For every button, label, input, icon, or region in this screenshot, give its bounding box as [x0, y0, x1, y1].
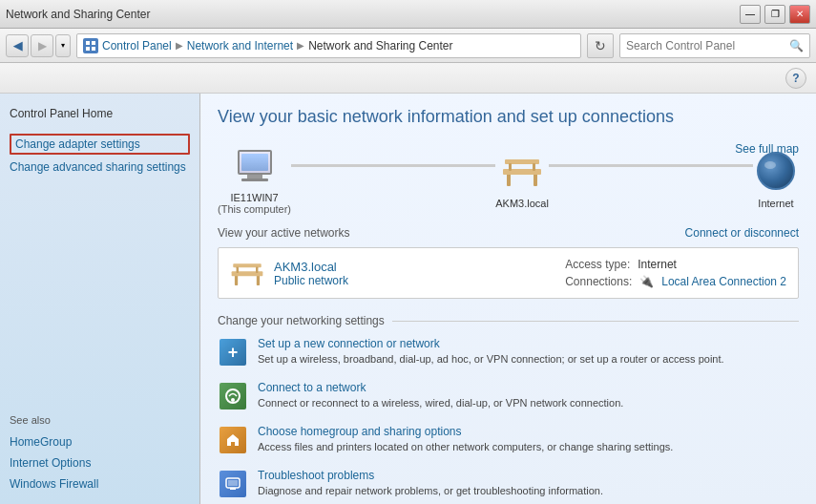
access-type-value: Internet [638, 258, 677, 271]
control-panel-icon [83, 38, 98, 53]
new-connection-content: Set up a new connection or network Set u… [258, 337, 724, 368]
forward-button[interactable]: ▶ [31, 34, 53, 57]
connect-network-content: Connect to a network Connect or reconnec… [258, 381, 623, 411]
setting-item-homegroup: Choose homegroup and sharing options Acc… [218, 425, 799, 455]
node-label-internet: Internet [758, 198, 793, 209]
svg-rect-11 [257, 275, 260, 285]
title-bar: Network and Sharing Center — ❐ ✕ [0, 0, 816, 29]
svg-rect-20 [230, 488, 236, 490]
networking-settings-title: Change your networking settings [218, 314, 799, 327]
network-line-2 [549, 164, 753, 167]
access-type-label: Access type: [565, 258, 630, 271]
toolbar: ? [0, 63, 816, 94]
connections-label: Connections: [565, 275, 632, 288]
main-layout: Control Panel Home Change adapter settin… [0, 94, 816, 504]
troubleshoot-link[interactable]: Troubleshoot problems [258, 469, 603, 482]
node-label-router: AKM3.local [495, 198, 549, 209]
troubleshoot-content: Troubleshoot problems Diagnose and repai… [258, 469, 603, 499]
network-node-router: AKM3.local [495, 148, 549, 209]
active-networks-header: View your active networks Connect or dis… [218, 226, 799, 240]
homegroup-desc: Access files and printers located on oth… [258, 440, 673, 454]
svg-rect-5 [534, 173, 537, 186]
connect-network-desc: Connect or reconnect to a wireless, wire… [258, 396, 623, 410]
title-bar-controls: — ❐ ✕ [740, 5, 810, 24]
network-name[interactable]: AKM3.local [274, 260, 348, 274]
content-area: View your basic network information and … [200, 94, 816, 504]
breadcrumb-control-panel[interactable]: Control Panel [102, 39, 172, 52]
minimize-button[interactable]: — [740, 5, 761, 24]
network-info-left: AKM3.local Public network [230, 258, 348, 288]
search-input[interactable] [626, 39, 785, 52]
homegroup-setting-icon [220, 427, 246, 453]
breadcrumb-sep-1: ▶ [176, 40, 183, 51]
sidebar-item-internet-options[interactable]: Internet Options [10, 454, 190, 472]
homegroup-icon [218, 425, 248, 455]
svg-rect-3 [92, 47, 95, 51]
connections-value-link[interactable]: Local Area Connection 2 [661, 275, 786, 288]
svg-rect-0 [86, 41, 90, 45]
new-connection-link[interactable]: Set up a new connection or network [258, 337, 724, 350]
sidebar-item-change-adapter[interactable]: Change adapter settings [10, 134, 190, 155]
connection-icon: 🔌 [639, 275, 654, 288]
breadcrumb-network-internet[interactable]: Network and Internet [187, 39, 293, 52]
address-bar: ◀ ▶ ▾ Control Panel ▶ Network and Intern… [0, 29, 816, 63]
help-button[interactable]: ? [785, 68, 806, 89]
history-dropdown-button[interactable]: ▾ [55, 34, 71, 57]
router-icon [499, 148, 545, 194]
back-button[interactable]: ◀ [6, 34, 29, 57]
nav-buttons: ◀ ▶ ▾ [6, 34, 71, 57]
network-line-1 [291, 164, 495, 167]
sidebar-item-change-advanced[interactable]: Change advanced sharing settings [10, 158, 190, 176]
svg-rect-4 [507, 173, 511, 186]
setting-item-new-connection: Set up a new connection or network Set u… [218, 337, 799, 368]
see-full-map-link[interactable]: See full map [735, 142, 799, 156]
new-connection-icon [218, 337, 248, 368]
setting-item-connect-network: Connect to a network Connect or reconnec… [218, 381, 799, 411]
svg-rect-15 [256, 266, 258, 273]
troubleshoot-desc: Diagnose and repair network problems, or… [258, 484, 603, 498]
close-button[interactable]: ✕ [789, 5, 810, 24]
svg-rect-10 [235, 275, 238, 285]
svg-rect-8 [509, 163, 512, 171]
setting-item-troubleshoot: Troubleshoot problems Diagnose and repai… [218, 469, 799, 499]
see-also-label: See also [10, 414, 190, 426]
title-bar-left: Network and Sharing Center [6, 8, 150, 21]
breadcrumb-sep-2: ▶ [297, 40, 304, 51]
active-network-box: AKM3.local Public network Access type: I… [218, 247, 799, 299]
connect-network-link[interactable]: Connect to a network [258, 381, 623, 394]
svg-rect-2 [86, 47, 90, 51]
page-title: View your basic network information and … [218, 107, 799, 127]
connect-disconnect-link[interactable]: Connect or disconnect [685, 226, 799, 240]
troubleshoot-icon [220, 471, 246, 497]
sidebar-item-homegroup[interactable]: HomeGroup [10, 433, 190, 451]
connections-row: Connections: 🔌 Local Area Connection 2 [565, 275, 786, 288]
connect-icon [220, 383, 246, 410]
sidebar: Control Panel Home Change adapter settin… [0, 94, 200, 504]
node-label-computer: IE11WIN7(This computer) [218, 192, 291, 215]
homegroup-link[interactable]: Choose homegroup and sharing options [258, 425, 673, 438]
breadcrumb-current: Network and Sharing Center [308, 39, 452, 52]
network-details: Access type: Internet Connections: 🔌 Loc… [565, 258, 786, 288]
restore-button[interactable]: ❐ [764, 5, 785, 24]
window-title: Network and Sharing Center [6, 8, 150, 21]
network-type-link[interactable]: Public network [274, 274, 348, 287]
network-text-info: AKM3.local Public network [274, 260, 348, 287]
troubleshoot-setting-icon [218, 469, 248, 499]
sidebar-item-windows-firewall[interactable]: Windows Firewall [10, 475, 190, 493]
sidebar-control-panel-home[interactable]: Control Panel Home [10, 105, 190, 122]
access-type-row: Access type: Internet [565, 258, 786, 271]
search-bar: 🔍 [619, 33, 810, 58]
active-networks-title: View your active networks [218, 226, 350, 240]
network-diagram: IE11WIN7(This computer) [218, 142, 799, 215]
svg-rect-9 [533, 163, 535, 171]
new-connection-desc: Set up a wireless, broadband, dial-up, a… [258, 352, 724, 367]
svg-rect-14 [237, 266, 239, 273]
homegroup-content: Choose homegroup and sharing options Acc… [258, 425, 673, 455]
network-node-computer: IE11WIN7(This computer) [218, 142, 291, 215]
breadcrumb-bar: Control Panel ▶ Network and Internet ▶ N… [76, 33, 581, 58]
refresh-button[interactable]: ↻ [587, 33, 614, 58]
svg-point-17 [231, 398, 235, 402]
computer-icon [232, 142, 278, 188]
add-connection-icon [220, 339, 246, 366]
search-icon: 🔍 [789, 39, 804, 52]
